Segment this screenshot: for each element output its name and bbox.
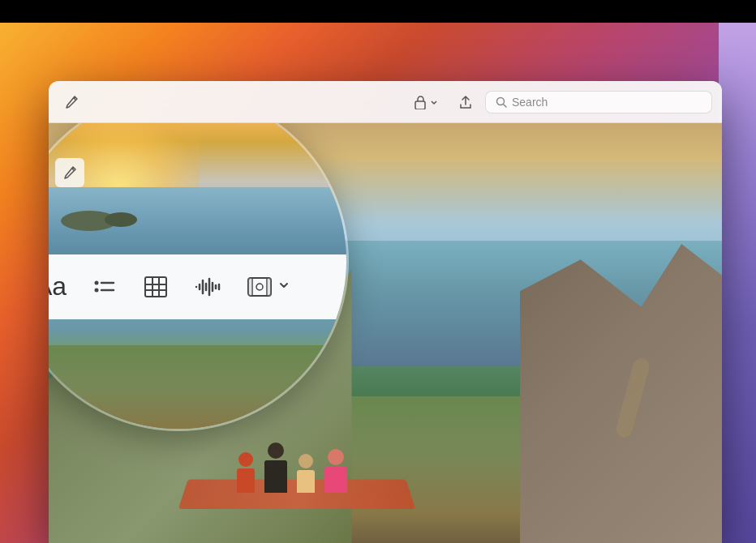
person-1 — [237, 452, 255, 493]
mag-content: Aa — [49, 123, 346, 429]
waveform-icon — [193, 272, 222, 301]
mag-island-2 — [105, 212, 137, 227]
search-placeholder: Search — [512, 96, 548, 109]
mag-water — [49, 187, 346, 261]
svg-rect-6 — [145, 277, 166, 297]
person-2 — [264, 443, 287, 493]
corner-edit-button[interactable] — [55, 158, 84, 187]
right-sidebar — [719, 0, 756, 543]
svg-point-2 — [95, 280, 99, 284]
toolbar-right-controls: Search — [407, 89, 712, 115]
mag-toolbar: Aa — [49, 254, 346, 319]
svg-point-1 — [497, 97, 505, 105]
svg-rect-0 — [415, 101, 425, 109]
browser-content: Aa — [49, 123, 722, 543]
media-tool-chevron[interactable] — [277, 279, 290, 295]
menu-bar — [0, 0, 756, 23]
list-tool[interactable] — [89, 272, 118, 301]
person-4 — [324, 449, 347, 493]
media-tool[interactable] — [245, 272, 274, 301]
media-icon — [245, 272, 274, 301]
media-tool-group — [245, 272, 290, 301]
table-icon — [141, 272, 170, 301]
mag-ground — [49, 345, 346, 430]
svg-rect-20 — [252, 278, 267, 296]
lock-button[interactable] — [407, 92, 446, 113]
share-button[interactable] — [453, 89, 479, 115]
table-tool[interactable] — [141, 272, 170, 301]
search-icon — [496, 96, 507, 108]
edit-button[interactable] — [58, 89, 84, 115]
svg-point-23 — [256, 284, 263, 290]
text-format-tool[interactable]: Aa — [49, 272, 67, 301]
browser-toolbar: Search — [49, 81, 722, 123]
svg-rect-21 — [248, 278, 252, 296]
list-icon — [89, 272, 118, 301]
svg-point-4 — [95, 288, 99, 292]
search-bar[interactable]: Search — [485, 91, 712, 113]
text-format-label: Aa — [49, 272, 67, 301]
corner-edit-icon — [62, 165, 78, 181]
browser-window: Search — [49, 81, 722, 543]
people-group — [237, 443, 347, 493]
svg-rect-22 — [267, 278, 271, 296]
magnified-circle: Aa — [49, 123, 349, 431]
audio-tool[interactable] — [193, 272, 222, 301]
person-3 — [297, 454, 315, 493]
